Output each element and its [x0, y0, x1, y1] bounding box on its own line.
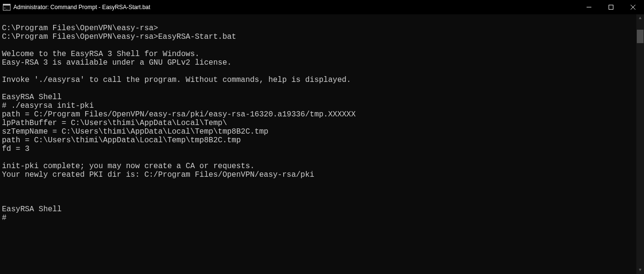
scroll-up-arrow[interactable]: ▲: [636, 14, 644, 22]
terminal-line: [2, 67, 634, 76]
terminal-line: EasyRSA Shell: [2, 205, 634, 214]
maximize-button[interactable]: [600, 0, 622, 14]
terminal-line: # ./easyrsa init-pki: [2, 102, 634, 110]
terminal-line: [2, 196, 634, 205]
terminal-line: Easy-RSA 3 is available under a GNU GPLv…: [2, 58, 634, 67]
terminal-line: path = C:\Users\thimi\AppData\Local\Temp…: [2, 136, 634, 145]
titlebar-left: >_ Administrator: Command Prompt - EasyR…: [3, 3, 150, 11]
terminal-line: lpPathBuffer = C:\Users\thimi\AppData\Lo…: [2, 119, 634, 127]
terminal-line: Welcome to the EasyRSA 3 Shell for Windo…: [2, 50, 634, 58]
scroll-thumb[interactable]: [637, 30, 644, 43]
terminal-line: [2, 84, 634, 93]
terminal-line: [2, 41, 634, 50]
terminal-line: fd = 3: [2, 145, 634, 153]
svg-text:>_: >_: [4, 6, 8, 10]
terminal-output[interactable]: C:\Program Files\OpenVPN\easy-rsa>C:\Pro…: [0, 14, 636, 274]
terminal-line: [2, 188, 634, 196]
window-titlebar[interactable]: >_ Administrator: Command Prompt - EasyR…: [0, 0, 644, 14]
terminal-line: C:\Program Files\OpenVPN\easy-rsa>: [2, 24, 634, 33]
svg-rect-4: [609, 5, 613, 10]
minimize-button[interactable]: [578, 0, 600, 14]
terminal-line: Invoke './easyrsa' to call the program. …: [2, 76, 634, 84]
svg-rect-1: [3, 4, 11, 6]
terminal-line: [2, 179, 634, 188]
terminal-body: C:\Program Files\OpenVPN\easy-rsa>C:\Pro…: [0, 14, 644, 274]
scroll-down-arrow[interactable]: ▼: [636, 266, 644, 274]
terminal-line: init-pki complete; you may now create a …: [2, 162, 634, 171]
window-controls: [578, 0, 644, 14]
terminal-line: [2, 15, 634, 24]
terminal-line: #: [2, 214, 634, 222]
terminal-line: EasyRSA Shell: [2, 93, 634, 102]
close-button[interactable]: [622, 0, 644, 14]
vertical-scrollbar[interactable]: ▲ ▼: [636, 14, 644, 274]
terminal-line: Your newly created PKI dir is: C:/Progra…: [2, 171, 634, 179]
terminal-line: szTempName = C:\Users\thimi\AppData\Loca…: [2, 127, 634, 136]
terminal-line: path = C:/Program Files/OpenVPN/easy-rsa…: [2, 110, 634, 119]
terminal-line: C:\Program Files\OpenVPN\easy-rsa>EasyRS…: [2, 33, 634, 41]
cmd-icon: >_: [3, 3, 11, 11]
terminal-line: [2, 153, 634, 162]
window-title: Administrator: Command Prompt - EasyRSA-…: [13, 4, 150, 11]
